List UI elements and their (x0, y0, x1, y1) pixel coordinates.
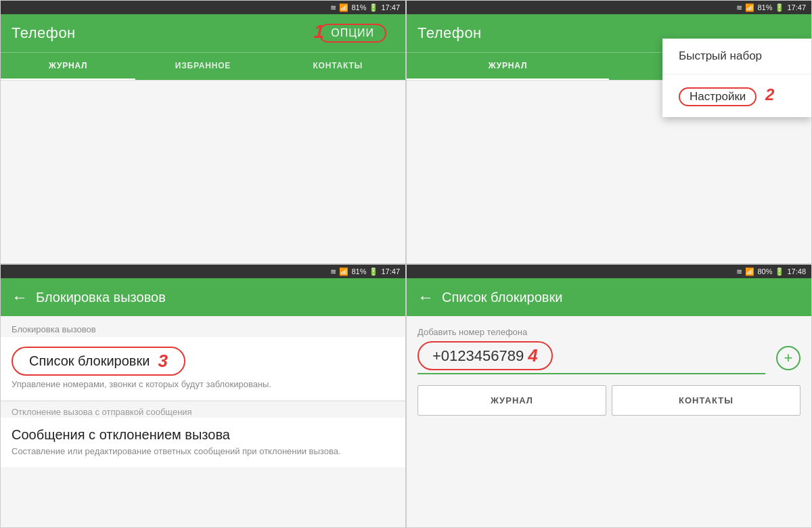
status-bar-q4: ≋ 📶 80% 🔋 17:48 (407, 265, 811, 278)
tab-journal-q2[interactable]: ЖУРНАЛ (407, 53, 609, 80)
section-label2-q3: Отклонение вызова с отправкой сообщения (1, 401, 405, 417)
block-list-desc: Управление номерами, звонки с которых бу… (12, 378, 394, 391)
wifi-icon-q4: ≋ (736, 267, 742, 276)
status-bar-q1: ≋ 📶 81% 🔋 17:47 (1, 1, 405, 14)
section-label-q3: Блокировка вызовов (1, 316, 405, 337)
step-badge-3: 3 (158, 351, 167, 372)
options-label: ОПЦИИ (331, 27, 374, 39)
time-text-q2: 17:47 (787, 3, 806, 12)
signal-icon-q2: 📶 (745, 3, 754, 12)
battery-text-q3: 81% (351, 267, 366, 276)
time-text: 17:47 (381, 3, 400, 12)
battery-icon-q4: 🔋 (775, 267, 784, 276)
battery-icon: 🔋 (369, 3, 378, 12)
contacts-button-q4[interactable]: КОНТАКТЫ (612, 385, 800, 416)
number-value: +0123456789 (432, 347, 524, 365)
back-title-q4: Список блокировки (442, 290, 562, 305)
signal-icon: 📶 (339, 3, 348, 12)
wifi-icon-q2: ≋ (736, 3, 742, 12)
reject-message-item[interactable]: Сообщения с отклонением вызова Составлен… (1, 418, 405, 467)
tab-favorites-q1[interactable]: ИЗБРАННОЕ (135, 53, 270, 80)
tabs-q1: ЖУРНАЛ ИЗБРАННОЕ КОНТАКТЫ (1, 52, 405, 80)
time-text-q3: 17:47 (381, 267, 400, 276)
battery-text-q4: 80% (757, 267, 772, 276)
battery-text: 81% (351, 3, 366, 12)
block-list-title: Список блокировки 3 (12, 347, 394, 376)
content-q4: Добавить номер телефона +0123456789 4 + … (407, 316, 811, 527)
journal-button-q4[interactable]: ЖУРНАЛ (418, 385, 606, 416)
app-title-q2: Телефон (418, 24, 482, 42)
add-plus-button[interactable]: + (776, 346, 800, 370)
quadrant-1: ≋ 📶 81% 🔋 17:47 Телефон ОПЦИИ 1 ЖУРНАЛ И… (0, 0, 406, 264)
number-input-row: +0123456789 4 + (418, 341, 800, 374)
reject-message-title: Сообщения с отклонением вызова (12, 427, 394, 443)
action-buttons-row: ЖУРНАЛ КОНТАКТЫ (418, 385, 800, 416)
quadrant-2: ≋ 📶 81% 🔋 17:47 Телефон ЖУРНАЛ ИЗБРА... … (406, 0, 812, 264)
step-badge-2: 2 (765, 85, 774, 104)
app-title-q1: Телефон (12, 24, 76, 42)
signal-icon-q4: 📶 (745, 267, 754, 276)
dropdown-item-quick-dial[interactable]: Быстрый набор (662, 39, 811, 74)
time-text-q4: 17:48 (787, 267, 806, 276)
block-list-item[interactable]: Список блокировки 3 Управление номерами,… (1, 337, 405, 401)
battery-icon-q2: 🔋 (775, 3, 784, 12)
back-title-q3: Блокировка вызовов (36, 290, 166, 305)
tab-journal-q1[interactable]: ЖУРНАЛ (1, 53, 135, 80)
battery-text-q2: 81% (757, 3, 772, 12)
add-number-label: Добавить номер телефона (418, 327, 800, 337)
back-header-q4: ← Список блокировки (407, 278, 811, 316)
dropdown-item-settings[interactable]: Настройки 2 (662, 74, 811, 117)
status-bar-q2: ≋ 📶 81% 🔋 17:47 (407, 1, 811, 14)
wifi-icon-q3: ≋ (330, 267, 336, 276)
content-q1 (1, 81, 405, 263)
back-arrow-q4[interactable]: ← (418, 288, 434, 307)
quadrant-4: ≋ 📶 80% 🔋 17:48 ← Список блокировки Доба… (406, 264, 812, 528)
tab-contacts-q1[interactable]: КОНТАКТЫ (271, 53, 405, 80)
back-arrow-q3[interactable]: ← (12, 288, 28, 307)
step-badge-1: 1 (313, 21, 324, 43)
input-underline (418, 373, 765, 374)
wifi-icon: ≋ (330, 3, 336, 12)
back-header-q3: ← Блокировка вызовов (1, 278, 405, 316)
step-badge-4: 4 (528, 345, 537, 366)
block-list-content: Добавить номер телефона +0123456789 4 + … (407, 316, 811, 426)
quadrant-3: ≋ 📶 81% 🔋 17:47 ← Блокировка вызовов Бло… (0, 264, 406, 528)
dropdown-menu: Быстрый набор Настройки 2 (662, 39, 811, 117)
content-q3: Блокировка вызовов Список блокировки 3 У… (1, 316, 405, 527)
reject-message-desc: Составление или редактирование ответных … (12, 445, 394, 458)
app-header-q1: Телефон ОПЦИИ 1 (1, 14, 405, 52)
status-bar-q3: ≋ 📶 81% 🔋 17:47 (1, 265, 405, 278)
signal-icon-q3: 📶 (339, 267, 348, 276)
battery-icon-q3: 🔋 (369, 267, 378, 276)
